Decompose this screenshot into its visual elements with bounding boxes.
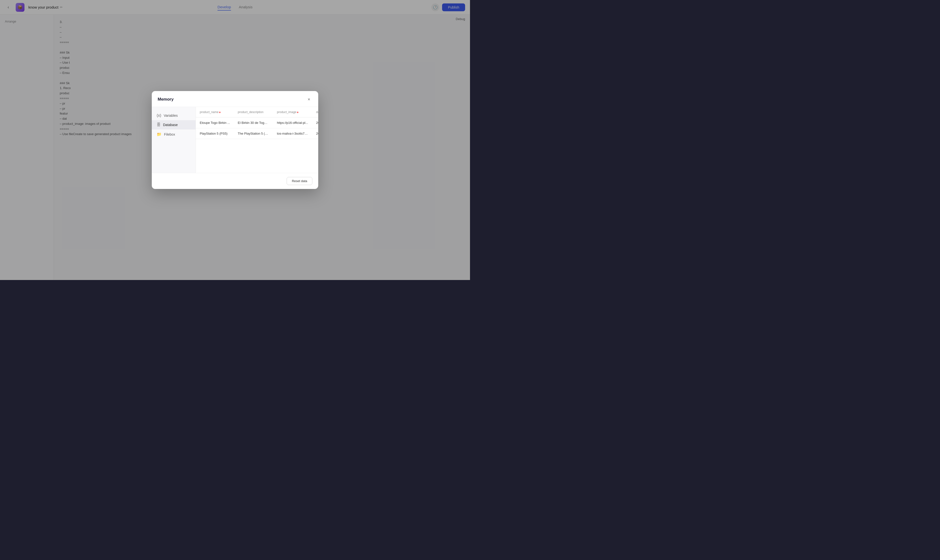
modal-header: Memory ×	[152, 91, 318, 107]
modal-table-area: product_name product_description product…	[196, 107, 318, 173]
nav-label-database: Database	[163, 123, 178, 127]
cell-product-name-0: Etoupe Togo Birkin ...	[196, 117, 234, 128]
nav-item-database[interactable]: 🗄 Database	[152, 120, 195, 129]
cell-date-created-1: 2024-10-10 00:00:00 +0...	[312, 128, 318, 139]
nav-item-variables[interactable]: (x) Variables	[152, 111, 195, 120]
modal-footer: Reset data	[152, 173, 318, 189]
modal-body: (x) Variables 🗄 Database 📁 Filebox	[152, 107, 318, 173]
nav-label-variables: Variables	[164, 114, 178, 117]
data-table: product_name product_description product…	[196, 107, 318, 139]
col-header-date-created: date_created	[312, 107, 318, 117]
cell-product-image-0: https://p16-official-pl...	[273, 117, 312, 128]
cell-date-created-0: 2024-09-18 00:00:00 +0...	[312, 117, 318, 128]
memory-modal: Memory × (x) Variables 🗄 Database 📁 File…	[152, 91, 318, 189]
cell-product-description-1: The PlayStation 5 (PS5...	[234, 128, 273, 139]
modal-overlay[interactable]: Memory × (x) Variables 🗄 Database 📁 File…	[0, 0, 470, 280]
col-header-product-image: product_image	[273, 107, 312, 117]
modal-title: Memory	[158, 97, 174, 102]
table-header-row: product_name product_description product…	[196, 107, 318, 117]
variables-icon: (x)	[157, 113, 161, 118]
database-icon: 🗄	[157, 123, 161, 127]
nav-label-filebox: Filebox	[164, 132, 175, 136]
cell-product-name-1: PlayStation 5 (PS5)	[196, 128, 234, 139]
close-button[interactable]: ×	[306, 96, 312, 103]
col-header-product-description: product_description	[234, 107, 273, 117]
cell-product-image-1: tos-maliva-i-3sotts7ts...	[273, 128, 312, 139]
filebox-icon: 📁	[157, 132, 162, 137]
nav-item-filebox[interactable]: 📁 Filebox	[152, 129, 195, 139]
table-row: PlayStation 5 (PS5) The PlayStation 5 (P…	[196, 128, 318, 139]
table-row: Etoupe Togo Birkin ... El Birkin 30 de T…	[196, 117, 318, 128]
modal-nav: (x) Variables 🗄 Database 📁 Filebox	[152, 107, 196, 173]
col-header-product-name: product_name	[196, 107, 234, 117]
cell-product-description-0: El Birkin 30 de Togo e...	[234, 117, 273, 128]
reset-data-button[interactable]: Reset data	[287, 177, 312, 185]
